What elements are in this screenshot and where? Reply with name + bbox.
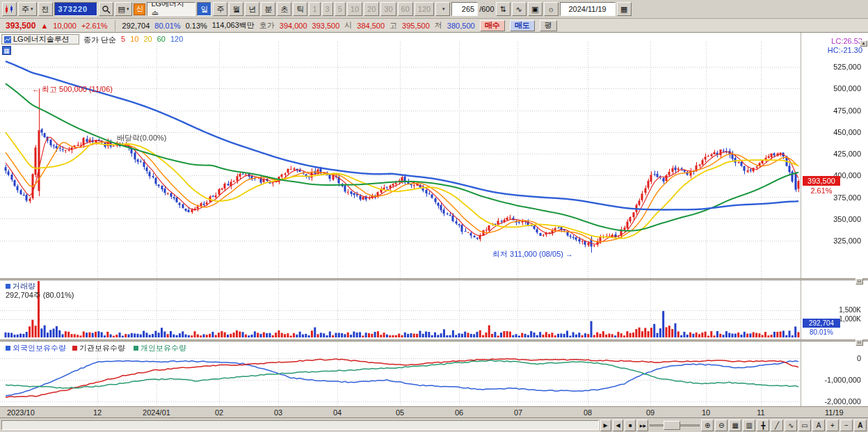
date-input[interactable]: 2024/11/19 (560, 2, 616, 16)
open-price: 384,500 (357, 22, 385, 30)
stock-combo[interactable]: 주▾ (18, 2, 37, 16)
trade-value: 114,063백만 (212, 20, 255, 31)
sell-button[interactable]: 매도 (510, 20, 535, 31)
bid-price: 393,500 (312, 22, 340, 30)
box-tool-button[interactable]: ▭ (798, 419, 811, 431)
chart-canvas[interactable] (0, 33, 868, 417)
search-button[interactable] (99, 2, 113, 16)
wave-icon: ∿ (515, 5, 522, 14)
zoom-in-button[interactable]: ⊕ (701, 419, 714, 431)
x-axis-label: 2024/01 (143, 408, 170, 417)
y-axis-label: 450,000 (803, 128, 861, 136)
interval-dropdown[interactable]: ▾ (435, 2, 450, 16)
tab-weekly[interactable]: 주 (213, 2, 227, 16)
font-button[interactable]: A (854, 419, 867, 431)
interval-1[interactable]: 1 (309, 2, 320, 16)
split-view-button[interactable]: ▥ (743, 419, 755, 431)
hoga-label: 호가 (259, 20, 275, 31)
page-next-button[interactable]: ▶ (600, 419, 611, 431)
window-layout-button[interactable]: ▣ (528, 2, 542, 16)
settings-button[interactable]: ☼ (544, 2, 558, 16)
tab-chart-icon (4, 36, 11, 43)
stop-button[interactable]: ■ (625, 419, 636, 431)
avg-button[interactable]: 평 (540, 20, 557, 31)
right-arrow-icon: → (565, 250, 573, 258)
sound-panel-button[interactable]: ▤▾ (115, 2, 133, 16)
stock-name-field: LG에너지솔 (147, 2, 195, 16)
zoom-out-button[interactable]: ⊖ (715, 419, 728, 431)
search-icon (102, 5, 111, 14)
crosshair-tool-button[interactable]: ╋ (757, 419, 769, 431)
x-axis-label: 05 (396, 408, 404, 417)
bottom-toolbar: ▶ ◀ ■ ▶▶ ⊕ ⊖ ▦ ▥ ╋ ╱ ∿ ▭ A + − A (0, 417, 868, 432)
pane-separator[interactable] (0, 339, 868, 342)
candle-chart-icon (5, 5, 14, 14)
buy-button[interactable]: 매수 (480, 20, 505, 31)
new-stock-badge: 신 (134, 3, 145, 15)
volume-pane-button[interactable]: ⊟ (855, 278, 863, 285)
volume-legend-icon (6, 284, 10, 289)
chart-type-button[interactable] (2, 2, 17, 16)
text-tool-button[interactable]: A (812, 419, 825, 431)
page-end-button[interactable]: ▶▶ (637, 419, 648, 431)
holdings-tick: -1,000,000 (803, 376, 861, 384)
x-axis-label: 10 (702, 408, 710, 417)
inst-legend-icon (72, 346, 77, 351)
ma20-label: 20 (143, 35, 152, 45)
holdings-tick: -2,000,000 (803, 397, 861, 406)
chart-h-scrollbar[interactable] (1, 420, 599, 430)
grid-tool-button[interactable]: ▦ (729, 419, 741, 431)
pane-separator[interactable] (0, 278, 868, 280)
ma-legend: 종가 단순 5 10 20 60 120 (83, 35, 183, 45)
axis-scroll-up-button[interactable]: ▲ (860, 40, 867, 47)
prev-stock-button[interactable]: 전 (38, 2, 53, 16)
compare-icon: ⇅ (499, 5, 506, 14)
compare-chart-button[interactable]: ⇅ (496, 2, 511, 16)
interval-20[interactable]: 20 (364, 2, 379, 16)
high-label: 고 (389, 20, 397, 31)
line-tool-button[interactable]: ∿ (512, 2, 527, 16)
tab-second[interactable]: 초 (277, 2, 291, 16)
x-axis-label: 04 (333, 408, 341, 417)
slider-thumb[interactable] (664, 421, 680, 430)
calendar-button[interactable]: ▦ (617, 2, 632, 16)
high-price: 395,500 (402, 22, 430, 30)
chart-menu-icon[interactable]: ▦ (2, 46, 11, 55)
wave-tool-button[interactable]: ∿ (785, 419, 797, 431)
tab-yearly[interactable]: 년 (245, 2, 259, 16)
remove-indicator-button[interactable]: − (840, 419, 853, 431)
interval-30[interactable]: 30 (380, 2, 396, 16)
candle-count-input[interactable]: 265 (451, 2, 478, 16)
low-annotation: 최저 311,000 (08/05) → (492, 249, 573, 259)
chart-title-tab[interactable]: LG에너지솔루션 (1, 34, 79, 45)
zoom-slider[interactable] (650, 420, 700, 431)
interval-10[interactable]: 10 (347, 2, 362, 16)
holdings-pane-button[interactable]: ⊟ (855, 339, 863, 346)
stock-code-input[interactable]: 373220 (54, 2, 97, 16)
tab-monthly[interactable]: 월 (229, 2, 243, 16)
legend-prefix: 종가 단순 (83, 35, 116, 45)
interval-120[interactable]: 120 (415, 2, 434, 16)
y-axis-label: 525,000 (803, 63, 861, 71)
x-axis-end-date: 11/19 (825, 408, 844, 417)
holdings-tick: 0 (803, 354, 861, 362)
interval-3[interactable]: 3 (322, 2, 333, 16)
tab-daily[interactable]: 일 (197, 2, 211, 16)
page-prev-button[interactable]: ◀ (613, 419, 624, 431)
x-axis-label: 12 (93, 408, 102, 417)
chevron-down-icon: ▾ (127, 6, 129, 12)
panel-icon: ▤ (118, 5, 125, 14)
inst-holdings-label: 기관보유수량 (72, 343, 125, 353)
tab-tick[interactable]: 틱 (293, 2, 307, 16)
exdiv-annotation: 배당락(0.00%) (117, 133, 167, 143)
interval-5[interactable]: 5 (335, 2, 346, 16)
trendline-tool-button[interactable]: ╱ (771, 419, 783, 431)
open-label: 시 (344, 20, 352, 31)
top-toolbar: 주▾ 전 373220 ▤▾ 신 LG에너지솔 일 주 월 년 분 초 틱 1 … (0, 0, 868, 19)
add-indicator-button[interactable]: + (826, 419, 839, 431)
turnover-pct: 0.13% (186, 22, 207, 30)
hc-indicator: HC:-21.30 (803, 46, 862, 54)
tab-minute[interactable]: 분 (261, 2, 275, 16)
interval-60[interactable]: 60 (398, 2, 413, 16)
chart-area: LG에너지솔루션 종가 단순 5 10 20 60 120 ▦ LC:26.53… (0, 33, 868, 417)
